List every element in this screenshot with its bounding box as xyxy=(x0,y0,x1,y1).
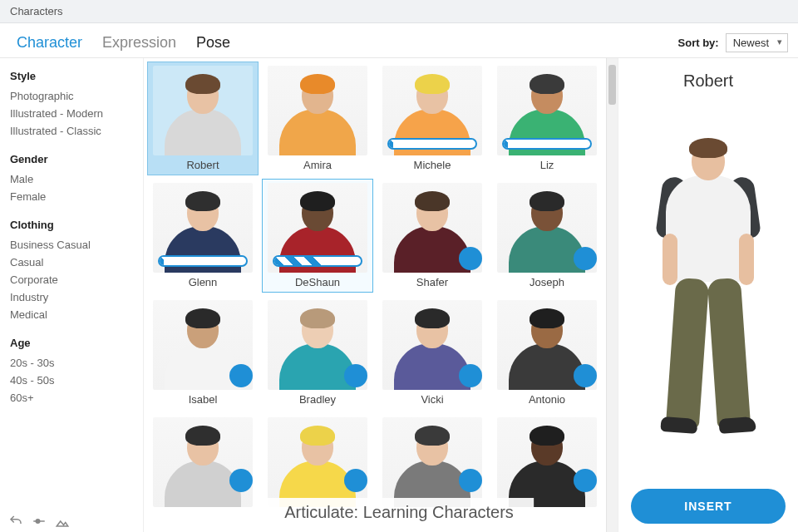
character-thumbnail xyxy=(153,417,253,507)
sort-select[interactable]: Newest xyxy=(726,33,788,52)
character-name: Liz xyxy=(540,155,554,173)
filter-item[interactable]: 40s - 50s xyxy=(10,372,133,389)
tab-expression[interactable]: Expression xyxy=(92,29,186,57)
slider-icon[interactable] xyxy=(32,514,47,529)
character-card[interactable]: Shafer xyxy=(377,179,488,293)
character-name: Amira xyxy=(303,155,332,173)
preview-character-image xyxy=(628,101,788,489)
filter-item[interactable]: Male xyxy=(10,170,133,188)
download-icon[interactable] xyxy=(229,364,253,387)
character-card[interactable]: Glenn xyxy=(147,179,259,293)
filter-item[interactable]: 20s - 30s xyxy=(10,354,133,372)
character-thumbnail xyxy=(268,66,367,155)
filter-heading: Gender xyxy=(10,153,133,165)
filter-item[interactable]: Medical xyxy=(10,306,133,323)
character-card[interactable]: DeShaun xyxy=(262,179,373,293)
character-card[interactable]: Joseph xyxy=(491,179,603,293)
character-name: Bradley xyxy=(299,390,336,407)
undo-icon[interactable] xyxy=(8,514,23,529)
character-card[interactable]: Amira xyxy=(262,62,373,175)
download-icon[interactable] xyxy=(229,469,253,492)
character-name: Michele xyxy=(414,155,451,173)
character-thumbnail xyxy=(497,417,597,507)
filter-item[interactable]: Casual xyxy=(10,254,133,271)
character-grid: RobertAmiraMicheleLizGlennDeShaunShaferJ… xyxy=(144,58,606,532)
character-card[interactable]: Bradley xyxy=(262,296,373,410)
filter-item[interactable]: Industry xyxy=(10,288,133,306)
character-name: Vicki xyxy=(421,390,443,407)
filter-heading: Clothing xyxy=(10,219,133,231)
download-progress xyxy=(273,255,362,267)
character-name: Isabel xyxy=(189,390,218,407)
download-icon[interactable] xyxy=(459,364,482,387)
character-name: Antonio xyxy=(529,390,565,407)
download-progress xyxy=(387,138,477,150)
download-icon[interactable] xyxy=(574,364,597,387)
insert-button[interactable]: INSERT xyxy=(631,489,786,524)
preview-character-name: Robert xyxy=(683,71,733,91)
character-name: Shafer xyxy=(416,273,448,290)
character-thumbnail xyxy=(268,417,367,507)
filter-sidebar: StylePhotographicIllustrated - ModernIll… xyxy=(0,58,143,532)
download-icon[interactable] xyxy=(574,469,597,492)
download-icon[interactable] xyxy=(344,469,367,492)
character-card[interactable]: Robert xyxy=(147,62,259,175)
filter-item[interactable]: Illustrated - Modern xyxy=(10,105,133,122)
character-name: DeShaun xyxy=(295,273,340,290)
character-thumbnail xyxy=(153,66,253,155)
character-name: Robert xyxy=(186,155,219,173)
character-name: Joseph xyxy=(530,273,564,290)
download-icon[interactable] xyxy=(459,247,482,270)
character-name: Glenn xyxy=(189,273,218,290)
character-card[interactable]: Vicki xyxy=(377,296,488,410)
image-icon[interactable] xyxy=(55,514,70,529)
tab-character[interactable]: Character xyxy=(7,29,92,57)
footer-tools xyxy=(8,514,70,529)
view-tabs: Character Expression Pose Sort by: Newes… xyxy=(0,23,798,58)
download-icon[interactable] xyxy=(574,247,597,270)
window-title: Characters xyxy=(10,5,63,17)
download-progress xyxy=(502,138,592,150)
svg-point-1 xyxy=(36,520,40,524)
grid-scrollbar[interactable] xyxy=(606,58,618,532)
sort-by-label: Sort by: xyxy=(678,37,719,49)
download-icon[interactable] xyxy=(344,364,367,387)
filter-item[interactable]: 60s+ xyxy=(10,389,133,406)
filter-item[interactable]: Photographic xyxy=(10,87,133,105)
window-titlebar: Characters xyxy=(0,0,798,23)
character-card[interactable]: Michele xyxy=(377,62,488,175)
download-icon[interactable] xyxy=(459,469,482,492)
character-card[interactable]: Liz xyxy=(491,62,603,175)
character-card[interactable] xyxy=(147,413,259,515)
preview-panel: Robert INSERT xyxy=(618,58,798,532)
filter-heading: Age xyxy=(10,337,133,349)
filter-item[interactable]: Illustrated - Classic xyxy=(10,122,133,140)
character-card[interactable]: Isabel xyxy=(147,296,259,410)
tab-pose[interactable]: Pose xyxy=(186,29,240,57)
filter-item[interactable]: Corporate xyxy=(10,271,133,288)
character-card[interactable]: Antonio xyxy=(491,296,603,410)
filter-heading: Style xyxy=(10,70,133,82)
image-caption: Articulate: Learning Characters xyxy=(264,498,534,527)
scrollbar-handle[interactable] xyxy=(608,65,616,105)
download-progress xyxy=(158,255,248,267)
filter-item[interactable]: Business Casual xyxy=(10,236,133,254)
filter-item[interactable]: Female xyxy=(10,188,133,205)
character-thumbnail xyxy=(382,417,482,507)
